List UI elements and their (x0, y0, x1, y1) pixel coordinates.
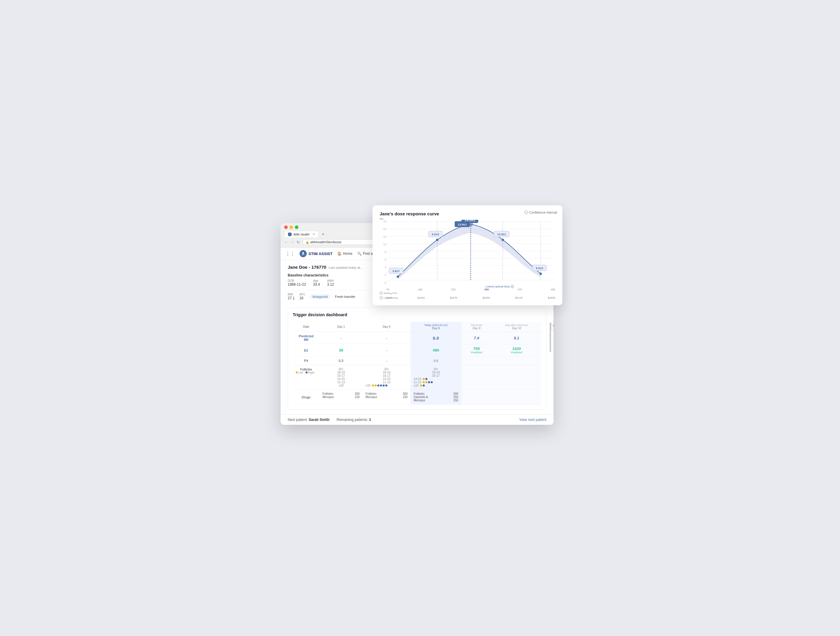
footer-bar: Next patient: Sarah Smith Remaining pati… (281, 414, 553, 425)
follicles-day9 (461, 365, 492, 390)
maximize-dot[interactable] (295, 226, 298, 229)
cost-labels: $825$1650$2475$3300$4125$4950 (386, 296, 555, 299)
dose-chart: 3.9±7 9.5±3 12.9±1 14.0±1 12.9±1 9.6±3 (386, 220, 555, 282)
remaining-patients-text: Remaining patients: 1 (337, 418, 371, 422)
starting-fsh-label: i Starting FSH (380, 292, 397, 295)
protocol-badge: Antagonist (310, 294, 330, 299)
grid-icon[interactable]: ⋮⋮ (285, 251, 295, 257)
app-name: STIM ASSIST (308, 251, 333, 256)
predicted-mii-day1: - (319, 332, 363, 344)
browser-tab[interactable]: Alife health ✕ (284, 231, 319, 237)
drugs-day10 (492, 390, 541, 405)
svg-point-16 (470, 223, 472, 225)
dob-label: DOB (288, 279, 306, 282)
tab-favicon (288, 232, 292, 236)
e2-day8: 480 (411, 344, 461, 357)
svg-text:14.0±1: 14.0±1 (464, 220, 475, 222)
dose-response-card: Jane's dose response curve i Confidence … (373, 205, 562, 305)
optimal-dose-label: Lowest optimal dose i (486, 285, 514, 288)
col-day9-header: Tomorrow Day 9 (461, 322, 492, 332)
dob-item: DOB 1988-11-22 (288, 279, 306, 287)
drugs-row: Drugs Follistim300 Menopur150 (293, 390, 541, 405)
col-day1-header: Day 1 (319, 322, 363, 332)
tab-close[interactable]: ✕ (312, 232, 315, 236)
bmi-value: 27.1 (288, 296, 295, 300)
last-updated: Last updated today at... (328, 266, 363, 269)
x-dose-labels: 75150225300375450 (386, 288, 555, 291)
p4-row: P4 0.3 - 0.6 (293, 357, 541, 365)
confidence-interval-label: i Confidence interval (524, 211, 557, 214)
age-item: Age 33.4 (313, 279, 320, 287)
patient-name: Jane Doe - 176770 (288, 265, 326, 270)
follicles-day1: 20+ 18-19 16-17 14-15 11-13 ≤10 (319, 365, 363, 390)
drugs-day9 (461, 390, 492, 405)
svg-text:3.9±7: 3.9±7 (392, 269, 400, 273)
p4-day5: - (363, 357, 411, 365)
drugs-day1: Follistim300 Menopur150 (319, 390, 363, 405)
col-day10-header: Day after tomorrow Day 10 (492, 322, 541, 332)
e2-day9: 759 Predicted (461, 344, 492, 357)
e2-day10: 1020 Predicted (492, 344, 541, 357)
bmi-meta: BMI 27.1 (288, 293, 295, 300)
trigger-title: Trigger decision dashboard (293, 312, 541, 317)
transfer-badge: Fresh transfer (335, 295, 355, 298)
drugs-day8: Follistim300 Ganirelix A.250 Menopur150 (411, 390, 461, 405)
chat-icon[interactable]: 💬 (551, 322, 553, 330)
e2-label: E2 (293, 344, 319, 357)
p4-day8: 0.6 (411, 357, 461, 365)
predicted-mii-day5: - (363, 332, 411, 344)
close-dot[interactable] (284, 226, 288, 229)
svg-point-31 (302, 252, 304, 254)
y-axis-title: MII (380, 218, 384, 220)
p4-day9 (461, 357, 492, 365)
dashboard-table: Date Day 1 Day 5 Today (2023-02-22) Day … (293, 322, 541, 405)
svg-point-17 (502, 239, 504, 241)
follicles-row: Follicles Left Right 20+ 18-19 16-17 (293, 365, 541, 390)
minimize-dot[interactable] (289, 226, 293, 229)
col-day8-header: Today (2023-02-22) Day 8 (411, 322, 461, 332)
follicles-label: Follicles Left Right (293, 365, 319, 390)
p4-day10 (492, 357, 541, 365)
svg-point-14 (436, 239, 438, 241)
back-button[interactable]: ← (284, 240, 288, 245)
svg-text:9.5±3: 9.5±3 (432, 232, 439, 236)
afc-label: AFC (299, 293, 305, 296)
p4-day1: 0.3 (319, 357, 363, 365)
dob-value: 1988-11-22 (288, 282, 306, 287)
home-nav[interactable]: 🏠 Home (337, 251, 352, 256)
svg-text:12.9±1: 12.9±1 (497, 232, 506, 236)
e2-day5: - (363, 344, 411, 357)
predicted-mii-day8: 6.0 (411, 332, 461, 344)
next-patient-text: Next patient: Sarah Smith (288, 418, 330, 422)
amh-label: AMH (327, 279, 334, 282)
predicted-mii-row: PredictedMII - - 6.0 7.4 8.1 (293, 332, 541, 344)
svg-point-13 (396, 276, 399, 278)
lock-icon: 🔒 (306, 241, 309, 244)
logo-icon (300, 250, 307, 257)
afc-meta: AFC 18 (299, 293, 305, 300)
predicted-mii-day10: 8.1 (492, 332, 541, 344)
follicles-day8: 20+ 18-19 16-17 14-15 11-13 (411, 365, 461, 390)
p4-label: P4 (293, 357, 319, 365)
new-tab-button[interactable]: + (320, 231, 326, 237)
e2-row: E2 38 - 480 759 Predicted (293, 344, 541, 357)
forward-button[interactable]: → (291, 240, 294, 245)
svg-text:12.9±1: 12.9±1 (458, 223, 467, 226)
afc-value: 18 (299, 296, 305, 300)
e2-day1: 38 (319, 344, 363, 357)
follicles-day10 (492, 365, 541, 390)
col-day5-header: Day 5 (363, 322, 411, 332)
info-icon: i (524, 211, 528, 214)
tab-label: Alife health (293, 232, 309, 236)
reload-button[interactable]: ↻ (297, 240, 300, 245)
drugs-day5: Follistim300 Menopur150 (363, 390, 411, 405)
url-text: alifehealth/StimAssist (310, 240, 341, 244)
age-value: 33.4 (313, 282, 320, 287)
amh-value: 3.12 (327, 282, 334, 287)
svg-text:9.6±3: 9.6±3 (536, 267, 543, 270)
col-date-header: Date (293, 322, 319, 332)
trigger-section: Trigger decision dashboard Date Day 1 Da… (288, 307, 546, 410)
search-icon: 🔍 (357, 251, 362, 256)
app-logo: STIM ASSIST (300, 250, 333, 257)
view-next-button[interactable]: View next patient (519, 418, 546, 422)
